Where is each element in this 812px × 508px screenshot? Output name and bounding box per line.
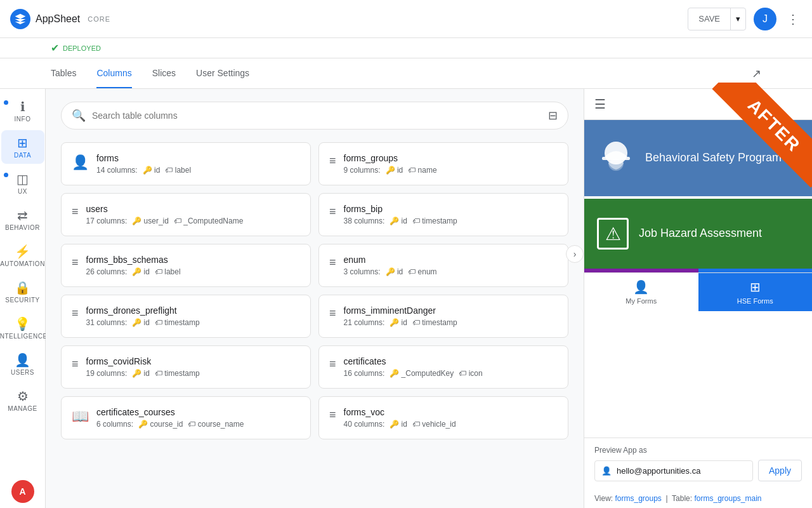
label-field: 🏷 timestamp: [155, 318, 200, 327]
sidebar-item-ux[interactable]: ◫ UX: [1, 166, 44, 200]
tab-tables[interactable]: Tables: [51, 59, 76, 88]
topbar: AppSheet CORE SAVE ▾ J ⋮: [0, 0, 812, 38]
save-dropdown-arrow[interactable]: ▾: [730, 8, 745, 30]
hse-forms-label: HSE Forms: [737, 297, 773, 305]
preview-toolbar: ☰: [584, 89, 812, 120]
nav-hse-forms[interactable]: ⊞ HSE Forms: [698, 273, 813, 311]
ux-label: UX: [18, 188, 27, 195]
my-forms-label: My Forms: [625, 297, 657, 305]
sidebar-item-data[interactable]: ⊞ DATA: [1, 130, 44, 164]
table-info: enum 3 columns: 🔑 id 🏷 enum: [344, 255, 437, 276]
key-field: 🔑 id: [386, 267, 403, 276]
label-field: 🏷 icon: [459, 369, 482, 378]
columns-count: 16 columns:: [344, 369, 385, 378]
preview-email-value: hello@apportunities.ca: [617, 466, 700, 476]
nav-tabs: Tables Columns Slices User Settings ↗: [0, 58, 812, 89]
security-icon: 🔒: [15, 280, 30, 295]
table-meta: 38 columns: 🔑 id 🏷 timestamp: [344, 217, 457, 225]
apply-button[interactable]: Apply: [758, 460, 802, 481]
sidebar-item-behavior[interactable]: ⇄ BEHAVIOR: [1, 203, 44, 236]
table-name: forms_drones_preflight: [86, 305, 200, 316]
preview-as-label: Preview App as: [594, 446, 802, 455]
table-meta: 31 columns: 🔑 id 🏷 timestamp: [86, 318, 200, 327]
table-icon: ≡: [329, 358, 336, 371]
label-field: 🏷 label: [155, 267, 181, 276]
tab-slices[interactable]: Slices: [152, 59, 176, 88]
info-label: INFO: [15, 116, 31, 123]
manage-label: MANAGE: [8, 405, 37, 412]
intelligence-label: INTELLIGENCE: [0, 333, 48, 340]
app-header-title: Behavioral Safety Program: [645, 150, 782, 165]
table-info: forms_groups 9 columns: 🔑 id 🏷 name: [344, 153, 437, 175]
key-field: 🔑 id: [143, 166, 160, 175]
table-card-users[interactable]: ≡ users 17 columns: 🔑 user_id 🏷 _Compute…: [61, 193, 311, 236]
label-field: 🏷 timestamp: [412, 318, 457, 327]
save-button[interactable]: SAVE ▾: [688, 8, 746, 30]
left-sidebar: ℹ INFO ⊞ DATA ◫ UX ⇄ BEHAVIOR ⚡ AUTOMATI…: [0, 89, 46, 508]
preview-email-input[interactable]: 👤 hello@apportunities.ca: [594, 460, 753, 481]
collapse-panel-button[interactable]: ›: [566, 245, 584, 263]
table-name: forms_bbs_schemas: [86, 255, 181, 265]
warning-icon: ⚠: [597, 218, 629, 250]
table-card-certificates-courses[interactable]: 📖 certificates_courses 6 columns: 🔑 cour…: [61, 396, 311, 439]
key-field: 🔑 user_id: [132, 217, 169, 225]
table-info: certificates 16 columns: 🔑 _ComputedKey …: [344, 356, 483, 378]
preview-footer: View: forms_groups | Table: forms_groups…: [584, 489, 812, 508]
external-link-icon[interactable]: ↗: [752, 67, 761, 81]
table-meta: 6 columns: 🔑 course_id 🏷 course_name: [96, 420, 244, 429]
tab-user-settings[interactable]: User Settings: [196, 59, 249, 88]
data-icon: ⊞: [17, 135, 28, 150]
table-name: certificates: [344, 356, 483, 366]
sidebar-item-automation[interactable]: ⚡ AUTOMATION: [1, 239, 44, 272]
view-value-link[interactable]: forms_groups: [615, 494, 661, 503]
table-card-forms-groups[interactable]: ≡ forms_groups 9 columns: 🔑 id 🏷 name: [318, 142, 568, 185]
table-card-certificates[interactable]: ≡ certificates 16 columns: 🔑 _ComputedKe…: [318, 345, 568, 389]
table-card-forms-bbs-schemas[interactable]: ≡ forms_bbs_schemas 26 columns: 🔑 id 🏷 l…: [61, 244, 311, 287]
table-icon: ≡: [329, 408, 336, 422]
columns-count: 19 columns:: [86, 369, 128, 378]
sidebar-item-info[interactable]: ℹ INFO: [1, 94, 44, 128]
search-input[interactable]: [92, 110, 542, 121]
table-icon: ≡: [329, 205, 336, 218]
table-meta: 40 columns: 🔑 id 🏷 vehicle_id: [344, 420, 456, 429]
table-card-forms-covid[interactable]: ≡ forms_covidRisk 19 columns: 🔑 id 🏷 tim…: [61, 345, 311, 389]
tab-columns[interactable]: Columns: [96, 59, 131, 88]
content-area: 🔍 ⊟ 👤 forms 14 columns: 🔑 id 🏷 label: [46, 89, 584, 508]
label-field: 🏷 _ComputedName: [174, 217, 243, 225]
table-card-forms-drones[interactable]: ≡ forms_drones_preflight 31 columns: 🔑 i…: [61, 295, 311, 338]
app-name: AppSheet: [36, 13, 80, 25]
layout-icon[interactable]: ⊟: [548, 109, 558, 123]
sidebar-item-intelligence[interactable]: 💡 INTELLIGENCE: [1, 311, 44, 345]
table-value-link[interactable]: forms_groups_main: [694, 494, 761, 503]
sidebar-item-users[interactable]: 👤 USERS: [1, 347, 44, 381]
sidebar-item-security[interactable]: 🔒 SECURITY: [1, 275, 44, 309]
table-card-forms-imminent[interactable]: ≡ forms_imminentDanger 21 columns: 🔑 id …: [318, 295, 568, 338]
table-card-forms-bip[interactable]: ≡ forms_bip 38 columns: 🔑 id 🏷 timestamp: [318, 193, 568, 236]
hse-forms-icon: ⊞: [750, 279, 761, 295]
table-card-forms-voc[interactable]: ≡ forms_voc 40 columns: 🔑 id 🏷 vehicle_i…: [318, 396, 568, 439]
columns-count: 17 columns:: [86, 217, 128, 225]
user-avatar[interactable]: J: [754, 8, 776, 30]
key-field: 🔑 id: [132, 369, 150, 378]
view-label: View:: [594, 494, 613, 503]
table-info: forms 14 columns: 🔑 id 🏷 label: [96, 153, 191, 175]
columns-count: 38 columns:: [344, 217, 385, 225]
table-meta: 21 columns: 🔑 id 🏷 timestamp: [344, 318, 457, 327]
label-field: 🏷 label: [165, 166, 191, 175]
label-field: 🏷 timestamp: [155, 369, 200, 378]
more-menu-icon[interactable]: ⋮: [784, 9, 802, 29]
table-card-forms[interactable]: 👤 forms 14 columns: 🔑 id 🏷 label: [61, 142, 311, 185]
table-info: certificates_courses 6 columns: 🔑 course…: [96, 407, 244, 429]
nav-my-forms[interactable]: 👤 My Forms: [584, 273, 698, 311]
table-info: forms_bip 38 columns: 🔑 id 🏷 timestamp: [344, 204, 457, 225]
columns-count: 9 columns:: [344, 166, 381, 175]
table-icon: ≡: [72, 358, 79, 371]
table-card-enum[interactable]: ≡ enum 3 columns: 🔑 id 🏷 enum: [318, 244, 568, 287]
table-icon: ≡: [72, 307, 79, 320]
hamburger-icon[interactable]: ☰: [594, 97, 606, 112]
table-icon: 📖: [72, 408, 89, 425]
table-meta: 3 columns: 🔑 id 🏷 enum: [344, 267, 437, 276]
save-label[interactable]: SAVE: [688, 14, 730, 23]
sidebar-item-manage[interactable]: ⚙ MANAGE: [1, 384, 44, 417]
appsheet-bottom-logo[interactable]: A: [11, 480, 34, 503]
